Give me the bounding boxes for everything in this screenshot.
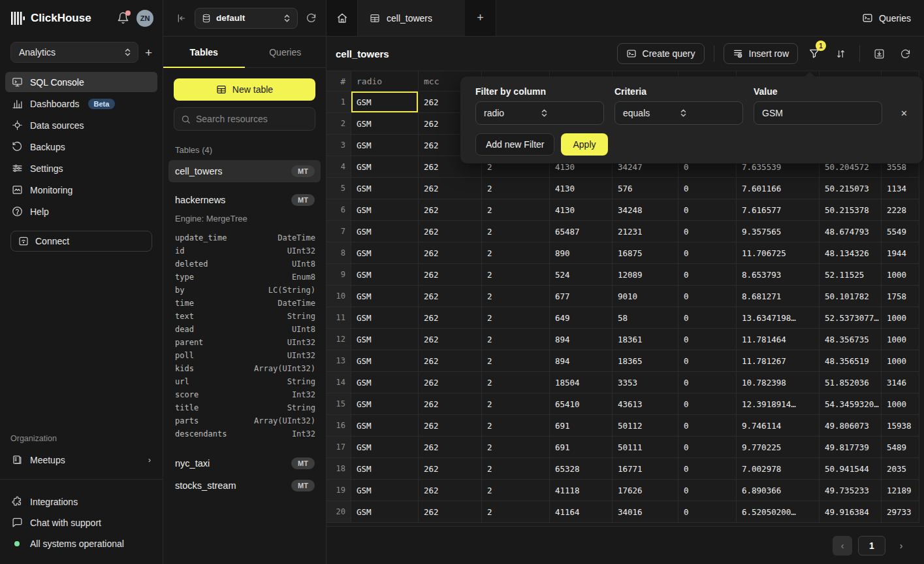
- refresh-tables-icon[interactable]: [306, 12, 317, 24]
- table-cell[interactable]: 6.52050200…: [737, 501, 820, 523]
- table-cell[interactable]: 18504: [550, 372, 613, 393]
- table-cell[interactable]: 1000: [882, 264, 919, 286]
- table-cell[interactable]: 49.817739: [820, 437, 882, 458]
- table-cell[interactable]: 0: [678, 242, 737, 264]
- table-cell[interactable]: 49.735233: [820, 480, 882, 501]
- table-cell[interactable]: 50.215073: [820, 178, 882, 199]
- table-cell[interactable]: GSM: [351, 199, 419, 221]
- sidebar-item-dashboards[interactable]: Dashboards Beta: [5, 93, 157, 114]
- table-cell[interactable]: 29733: [882, 501, 919, 523]
- table-cell[interactable]: 524: [550, 264, 613, 286]
- connect-button[interactable]: Connect: [10, 231, 152, 252]
- table-cell[interactable]: 6.890366: [737, 480, 820, 501]
- table-cell[interactable]: 49.806073: [820, 415, 882, 437]
- filter-criteria-select[interactable]: equals: [614, 101, 743, 125]
- table-cell[interactable]: 16771: [613, 458, 678, 480]
- table-cell[interactable]: 1758: [882, 286, 919, 307]
- table-cell[interactable]: 2: [482, 286, 550, 307]
- sidebar-item-monitoring[interactable]: Monitoring: [5, 180, 157, 200]
- table-cell[interactable]: 0: [678, 307, 737, 329]
- table-cell[interactable]: 50.215378: [820, 199, 882, 221]
- table-cell[interactable]: 1000: [882, 307, 919, 329]
- table-cell[interactable]: 9010: [613, 286, 678, 307]
- table-cell[interactable]: 50112: [613, 415, 678, 437]
- table-cell[interactable]: 262: [419, 286, 482, 307]
- table-cell[interactable]: 2: [482, 372, 550, 393]
- table-cell[interactable]: 262: [419, 437, 482, 458]
- new-tab-button[interactable]: +: [465, 0, 496, 36]
- table-cell[interactable]: 262: [419, 480, 482, 501]
- table-cell[interactable]: 2: [482, 415, 550, 437]
- table-cell[interactable]: 0: [678, 264, 737, 286]
- table-cell[interactable]: 2: [482, 329, 550, 350]
- table-cell[interactable]: 1000: [882, 350, 919, 372]
- avatar[interactable]: ZN: [136, 10, 153, 27]
- table-cell[interactable]: 262: [419, 372, 482, 393]
- filter-button[interactable]: 1: [805, 44, 824, 63]
- table-cell[interactable]: 262: [419, 415, 482, 437]
- table-cell[interactable]: 0: [678, 372, 737, 393]
- table-cell[interactable]: 691: [550, 415, 613, 437]
- table-cell[interactable]: 65487: [550, 221, 613, 242]
- sidebar-item-integrations[interactable]: Integrations: [5, 491, 157, 512]
- table-cell[interactable]: 48.356735: [820, 329, 882, 350]
- table-cell[interactable]: 2: [482, 350, 550, 372]
- table-cell[interactable]: 2: [482, 393, 550, 415]
- table-cell[interactable]: 2: [482, 199, 550, 221]
- table-cell[interactable]: 2: [482, 264, 550, 286]
- table-cell[interactable]: 3353: [613, 372, 678, 393]
- table-cell[interactable]: 4130: [550, 178, 613, 199]
- table-cell[interactable]: 5549: [882, 221, 919, 242]
- filter-value-input[interactable]: [754, 101, 882, 125]
- table-cell[interactable]: 262: [419, 329, 482, 350]
- table-cell[interactable]: 52.11525: [820, 264, 882, 286]
- table-cell[interactable]: GSM: [351, 415, 419, 437]
- notifications-bell-icon[interactable]: [117, 12, 130, 25]
- table-cell[interactable]: 2: [482, 221, 550, 242]
- insert-row-button[interactable]: Insert row: [724, 43, 798, 64]
- clickhouse-logo[interactable]: ClickHouse: [10, 11, 91, 25]
- table-cell[interactable]: 2035: [882, 458, 919, 480]
- table-cell[interactable]: GSM: [351, 372, 419, 393]
- table-cell[interactable]: 9.770225: [737, 437, 820, 458]
- table-cell[interactable]: 50.941544: [820, 458, 882, 480]
- table-cell[interactable]: 2: [482, 480, 550, 501]
- table-cell[interactable]: 41118: [550, 480, 613, 501]
- table-cell[interactable]: 13.6347198…: [737, 307, 820, 329]
- next-page-button[interactable]: ›: [891, 536, 911, 556]
- table-cell[interactable]: 34016: [613, 501, 678, 523]
- table-cell[interactable]: 5489: [882, 437, 919, 458]
- table-cell[interactable]: GSM: [351, 135, 419, 156]
- table-cell[interactable]: 17626: [613, 480, 678, 501]
- table-cell[interactable]: 2: [482, 437, 550, 458]
- table-cell[interactable]: 677: [550, 286, 613, 307]
- table-cell[interactable]: 18361: [613, 329, 678, 350]
- table-cell[interactable]: 1000: [882, 329, 919, 350]
- table-cell[interactable]: 576: [613, 178, 678, 199]
- table-cell[interactable]: 262: [419, 458, 482, 480]
- table-cell[interactable]: 7.002978: [737, 458, 820, 480]
- table-cell[interactable]: GSM: [351, 458, 419, 480]
- table-cell[interactable]: GSM: [351, 437, 419, 458]
- table-cell[interactable]: 11.781464: [737, 329, 820, 350]
- add-new-filter-button[interactable]: Add new Filter: [475, 133, 554, 156]
- table-cell[interactable]: 1000: [882, 393, 919, 415]
- table-cell[interactable]: GSM: [351, 156, 419, 178]
- table-cell[interactable]: 0: [678, 286, 737, 307]
- queries-button[interactable]: Queries: [862, 12, 911, 24]
- new-table-button[interactable]: New table: [174, 78, 315, 101]
- sidebar-item-backups[interactable]: Backups: [5, 137, 157, 157]
- sidebar-item-chat-support[interactable]: Chat with support: [5, 512, 157, 533]
- table-cell[interactable]: 4130: [550, 199, 613, 221]
- search-resources-input[interactable]: [196, 114, 314, 124]
- table-cell[interactable]: 41164: [550, 501, 613, 523]
- table-cell[interactable]: 12089: [613, 264, 678, 286]
- apply-filter-button[interactable]: Apply: [561, 133, 607, 156]
- table-cell[interactable]: 16875: [613, 242, 678, 264]
- table-cell[interactable]: 2: [482, 458, 550, 480]
- table-cell[interactable]: 262: [419, 501, 482, 523]
- table-cell[interactable]: 51.852036: [820, 372, 882, 393]
- table-cell[interactable]: 0: [678, 480, 737, 501]
- table-cell[interactable]: GSM: [351, 307, 419, 329]
- table-list-item-stocks-stream[interactable]: stocks_stream MT: [168, 474, 321, 497]
